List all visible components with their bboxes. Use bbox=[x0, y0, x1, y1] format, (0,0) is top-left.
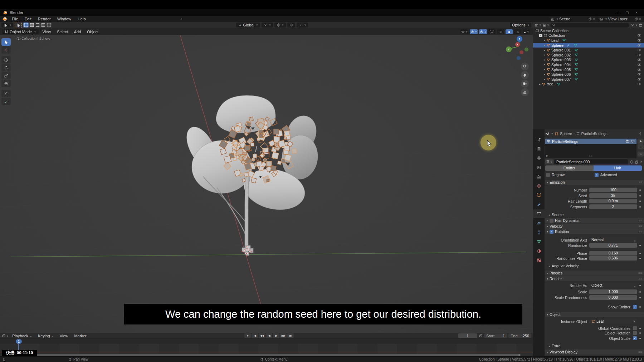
visibility-eye-icon[interactable] bbox=[637, 48, 641, 52]
mode-dropdown[interactable]: Object Mode∨ bbox=[2, 29, 39, 34]
fake-user-shield-icon[interactable] bbox=[630, 160, 634, 164]
panel-object[interactable]: ▾Object bbox=[545, 312, 644, 317]
tool-3d-cursor[interactable] bbox=[1, 46, 11, 54]
ortho-toggle-icon[interactable] bbox=[521, 88, 529, 96]
menu-render[interactable]: Render bbox=[35, 17, 54, 21]
select-mode-new[interactable] bbox=[23, 23, 29, 28]
collection-checkbox[interactable]: ✓ bbox=[539, 34, 542, 37]
timeline-ruler[interactable] bbox=[0, 339, 533, 344]
menu-window[interactable]: Window bbox=[54, 17, 74, 21]
outliner-row[interactable]: ▸ ✓ Collection bbox=[533, 33, 644, 38]
menu-file[interactable]: File bbox=[9, 17, 21, 21]
scene-selector[interactable]: ∨ Scene × bbox=[549, 16, 597, 21]
active-tool-dropdown[interactable]: ∨ bbox=[1, 23, 13, 28]
workspace-tab[interactable] bbox=[152, 19, 160, 20]
visibility-eye-icon[interactable] bbox=[637, 72, 641, 76]
regrow-checkbox[interactable] bbox=[546, 173, 550, 177]
animate-dot[interactable] bbox=[639, 245, 641, 246]
options-dropdown[interactable]: Options∨ bbox=[510, 23, 531, 28]
number-field[interactable]: 0.9 m bbox=[589, 199, 637, 203]
tool-scale[interactable] bbox=[1, 72, 11, 79]
slot-row-active[interactable]: ParticleSettings bbox=[545, 139, 636, 144]
advanced-checkbox[interactable]: ✓ bbox=[595, 173, 599, 177]
animate-dot[interactable] bbox=[639, 285, 641, 286]
view-layer-selector[interactable]: ∨ View Layer × bbox=[598, 16, 643, 21]
disclosure-icon[interactable]: ▸ bbox=[544, 78, 545, 81]
orientation-axis-dropdown[interactable]: Normal∨ bbox=[589, 238, 637, 242]
slot-specials-button[interactable]: ∨ bbox=[638, 152, 644, 157]
breadcrumb-object[interactable]: Sphere bbox=[560, 132, 572, 136]
panel-physics[interactable]: ▸Physics≡≡ bbox=[545, 271, 644, 276]
shading-wireframe[interactable]: ○ bbox=[497, 29, 504, 34]
render-as-dropdown[interactable]: Object∨ bbox=[589, 283, 637, 288]
animate-dot[interactable] bbox=[639, 332, 641, 334]
workspace-tab[interactable] bbox=[119, 19, 127, 20]
visibility-eye-icon[interactable] bbox=[637, 82, 641, 86]
settings-name-field[interactable]: ParticleSettings.009 bbox=[554, 159, 628, 164]
camera-view-icon[interactable] bbox=[521, 80, 529, 88]
timeline-scrollbar[interactable] bbox=[3, 354, 521, 356]
list-resize-grip[interactable]: ≡≡ bbox=[589, 154, 593, 158]
use-preview-range-icon[interactable] bbox=[479, 334, 483, 338]
number-field[interactable]: 0.000 bbox=[589, 295, 637, 300]
viewport-menu-add[interactable]: Add bbox=[72, 29, 83, 34]
outliner-row[interactable]: ▸ ✓ Sphere.006 bbox=[533, 72, 644, 77]
viewport-menu-object[interactable]: Object bbox=[85, 29, 101, 34]
outliner-row[interactable]: ▸ ✓ Leaf bbox=[533, 38, 644, 43]
current-frame-field[interactable]: 1 bbox=[458, 333, 477, 338]
panel-rotation[interactable]: ▾✓ Rotation≡≡ bbox=[545, 229, 644, 234]
tab-texture[interactable] bbox=[533, 256, 545, 264]
maximize-button[interactable]: ▢ bbox=[623, 11, 632, 15]
disclosure-icon[interactable]: ▸ bbox=[544, 73, 545, 76]
visibility-eye-icon[interactable] bbox=[637, 68, 641, 72]
close-button[interactable]: × bbox=[632, 11, 641, 15]
select-mode-extend[interactable] bbox=[29, 23, 34, 28]
disclosure-icon[interactable]: ▸ bbox=[544, 49, 545, 52]
workspace-tab[interactable] bbox=[143, 19, 151, 20]
rotation-checkbox[interactable]: ✓ bbox=[550, 230, 553, 234]
tab-output[interactable] bbox=[533, 154, 545, 162]
number-field[interactable]: 100 bbox=[589, 188, 637, 192]
disclosure-icon[interactable]: ▸ bbox=[544, 39, 545, 42]
gizmos-toggle[interactable]: ∨ bbox=[470, 29, 478, 34]
outliner-row[interactable]: ▸ ✓ Sphere.004 bbox=[533, 62, 644, 67]
visibility-eye-icon[interactable] bbox=[637, 38, 641, 43]
pin-icon[interactable] bbox=[638, 132, 642, 136]
number-field[interactable]: 2 bbox=[589, 204, 637, 209]
timeline-menu-view[interactable]: View bbox=[58, 333, 70, 338]
render-enable-icon[interactable] bbox=[625, 139, 629, 143]
tab-render[interactable] bbox=[533, 144, 545, 153]
subpanel-angular-velocity[interactable]: ▸Angular Velocity bbox=[549, 264, 579, 268]
tool-rotate[interactable] bbox=[1, 64, 11, 71]
panel-hair-dynamics[interactable]: ▸ Hair Dynamics≡≡ bbox=[545, 218, 644, 223]
instance-object-field[interactable]: Leaf × bbox=[589, 319, 637, 324]
panel-emission[interactable]: ▾Emission≡≡ bbox=[545, 180, 644, 185]
panel-viewport-display[interactable]: ▸Viewport Display≡≡ bbox=[545, 349, 644, 354]
visibility-eye-icon[interactable] bbox=[637, 58, 641, 62]
active-tool-button[interactable] bbox=[15, 22, 22, 28]
global-coordinates-checkbox[interactable] bbox=[633, 326, 637, 330]
prev-keyframe-button[interactable]: ◀◀ bbox=[259, 333, 265, 338]
disclosure-icon[interactable]: ▸ bbox=[539, 83, 541, 86]
play-reverse-button[interactable]: ◀ bbox=[266, 333, 272, 338]
new-collection-button[interactable] bbox=[639, 23, 643, 27]
editor-type-timeline[interactable]: ∨ bbox=[2, 334, 8, 338]
workspace-tab[interactable] bbox=[135, 19, 143, 20]
shading-material[interactable]: ◑ bbox=[514, 29, 521, 34]
tab-view-layer[interactable] bbox=[533, 163, 545, 172]
slider-field[interactable]: 0.606 bbox=[589, 256, 637, 261]
gizmo-x-axis[interactable]: X bbox=[515, 42, 520, 47]
type-hair-button[interactable]: Hair bbox=[594, 165, 642, 171]
outliner-row[interactable]: ▸ ✓ Sphere.001 bbox=[533, 48, 644, 53]
tab-world[interactable] bbox=[533, 182, 545, 190]
disclosure-icon[interactable]: ▸ bbox=[544, 63, 545, 66]
gizmo-z-axis[interactable]: Z bbox=[517, 36, 522, 42]
select-mode-subtract[interactable] bbox=[35, 23, 40, 28]
clear-x-icon[interactable]: × bbox=[633, 319, 635, 324]
viewport-3d[interactable]: Object Mode∨ View Select Add Object ∨ ∨ … bbox=[0, 28, 533, 333]
workspace-tab[interactable] bbox=[160, 19, 168, 20]
tool-select-box[interactable] bbox=[1, 38, 11, 46]
slot-remove-button[interactable]: − bbox=[638, 144, 644, 149]
animate-dot[interactable] bbox=[639, 258, 641, 259]
outliner-filter-dropdown[interactable]: ∨ bbox=[631, 23, 637, 27]
